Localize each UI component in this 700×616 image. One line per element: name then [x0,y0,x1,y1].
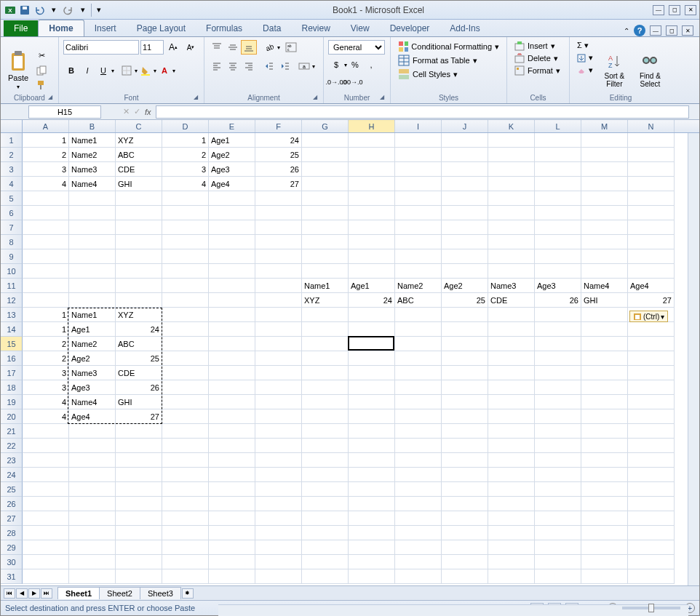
cell-J11[interactable]: Age2 [442,279,488,293]
cell-I2[interactable] [395,148,442,162]
cell-M18[interactable] [581,380,628,395]
cell-F30[interactable] [255,555,302,569]
cell-N10[interactable] [628,264,675,279]
cell-J6[interactable] [442,206,488,220]
orientation-icon[interactable]: ab [261,40,277,55]
cell-K10[interactable] [488,264,535,279]
cell-C17[interactable]: CDE [116,366,162,380]
cell-D28[interactable] [162,526,209,540]
cell-L29[interactable] [535,540,581,555]
cell-C8[interactable] [116,235,162,249]
fill-color-icon[interactable] [138,63,154,78]
font-size-select[interactable] [140,40,164,55]
cell-J17[interactable] [442,366,488,380]
cell-H28[interactable] [349,526,395,540]
sheet-tab-3[interactable]: Sheet3 [140,587,181,599]
cell-H14[interactable] [349,322,395,337]
cell-L24[interactable] [535,468,581,482]
cell-J3[interactable] [442,162,488,177]
cell-K18[interactable] [488,380,535,395]
cell-N14[interactable] [628,322,675,337]
cell-G28[interactable] [302,526,349,540]
cell-E20[interactable] [209,409,255,424]
cell-H3[interactable] [349,162,395,177]
cell-B22[interactable] [69,439,116,453]
close-button[interactable]: ✕ [685,5,696,15]
row-header-21[interactable]: 21 [1,424,23,439]
cell-C14[interactable]: 24 [116,322,162,337]
cell-F10[interactable] [255,264,302,279]
align-top-icon[interactable] [209,40,225,55]
cell-F21[interactable] [255,424,302,439]
cell-C20[interactable]: 27 [116,409,162,424]
copy-icon[interactable] [34,64,49,77]
cell-J30[interactable] [442,555,488,569]
cell-H13[interactable] [349,308,395,322]
autosum-icon[interactable]: Σ ▾ [574,40,596,51]
cell-G13[interactable] [302,308,349,322]
cell-B6[interactable] [69,206,116,220]
cell-A18[interactable]: 3 [23,380,69,395]
cell-A2[interactable]: 2 [23,148,69,162]
cell-B23[interactable] [69,453,116,468]
cell-G23[interactable] [302,453,349,468]
cell-F9[interactable] [255,249,302,264]
cell-D16[interactable] [162,351,209,366]
cell-H24[interactable] [349,468,395,482]
cell-D23[interactable] [162,453,209,468]
shrink-font-icon[interactable]: A▾ [183,40,199,55]
cell-D12[interactable] [162,293,209,308]
cell-K26[interactable] [488,497,535,511]
cell-B25[interactable] [69,482,116,497]
row-header-1[interactable]: 1 [1,133,23,148]
help-icon[interactable]: ? [634,25,645,36]
cell-H27[interactable] [349,511,395,526]
cell-E17[interactable] [209,366,255,380]
cell-M27[interactable] [581,511,628,526]
cell-B11[interactable] [69,279,116,293]
cell-K13[interactable] [488,308,535,322]
cell-B13[interactable]: Name1 [69,308,116,322]
cell-B29[interactable] [69,540,116,555]
cell-G2[interactable] [302,148,349,162]
cell-M17[interactable] [581,366,628,380]
cell-A23[interactable] [23,453,69,468]
cell-K12[interactable]: CDE [488,293,535,308]
cell-J23[interactable] [442,453,488,468]
col-header-L[interactable]: L [535,120,581,132]
cell-N6[interactable] [628,206,675,220]
cell-A10[interactable] [23,264,69,279]
cell-A4[interactable]: 4 [23,177,69,191]
cell-D19[interactable] [162,395,209,409]
cell-C4[interactable]: GHI [116,177,162,191]
cell-I3[interactable] [395,162,442,177]
number-format-select[interactable]: General [328,40,385,55]
row-header-18[interactable]: 18 [1,380,23,395]
cell-A26[interactable] [23,497,69,511]
cell-I19[interactable] [395,395,442,409]
cell-M28[interactable] [581,526,628,540]
row-header-6[interactable]: 6 [1,206,23,220]
cell-E6[interactable] [209,206,255,220]
cell-F14[interactable] [255,322,302,337]
row-header-7[interactable]: 7 [1,220,23,235]
cell-H11[interactable]: Age1 [349,279,395,293]
cell-F26[interactable] [255,497,302,511]
cell-A30[interactable] [23,555,69,569]
cell-L21[interactable] [535,424,581,439]
cell-L16[interactable] [535,351,581,366]
cell-G15[interactable] [302,337,349,351]
cell-M12[interactable]: GHI [581,293,628,308]
cell-I23[interactable] [395,453,442,468]
font-name-select[interactable] [63,40,139,55]
cell-I25[interactable] [395,482,442,497]
cell-B16[interactable]: Age2 [69,351,116,366]
horizontal-scrollbar[interactable] [218,604,688,616]
cell-J7[interactable] [442,220,488,235]
cell-N12[interactable]: 27 [628,293,675,308]
cell-H31[interactable] [349,569,395,584]
dialog-launcher-icon[interactable]: ◢ [194,94,201,101]
cell-N8[interactable] [628,235,675,249]
dialog-launcher-icon[interactable]: ◢ [313,94,320,101]
cell-E13[interactable] [209,308,255,322]
